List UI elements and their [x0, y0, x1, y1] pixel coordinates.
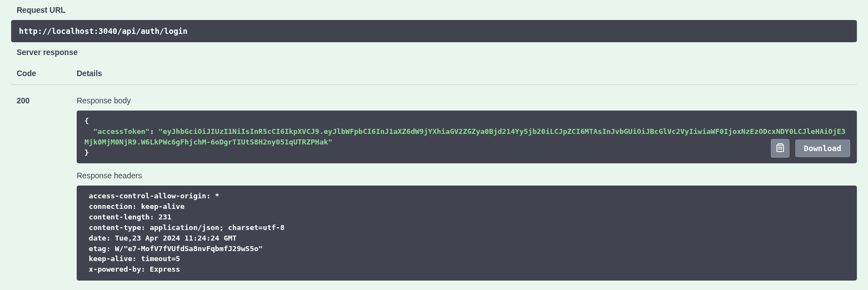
- response-headers-content: access-control-allow-origin: * connectio…: [84, 191, 849, 275]
- request-url-box: http://localhost:3040/api/auth/login: [11, 20, 857, 42]
- json-value-accesstoken: "eyJhbGciOiJIUzI1NiIsInR5cCI6IkpXVCJ9.ey…: [84, 127, 846, 146]
- status-code: 200: [17, 96, 77, 288]
- column-details-header: Details: [77, 69, 857, 78]
- response-headers-label: Response headers: [77, 171, 857, 180]
- response-body-content: { "accessToken": "eyJhbGciOiJIUzI1NiIsIn…: [84, 116, 849, 158]
- json-key-accesstoken: "accessToken": [93, 127, 150, 136]
- download-button[interactable]: Download: [795, 139, 850, 157]
- response-body-actions: Download: [771, 139, 850, 158]
- response-body-label: Response body: [77, 96, 857, 105]
- response-table-header: Code Details: [11, 62, 857, 85]
- request-url-label: Request URL: [11, 6, 857, 14]
- request-url-value: http://localhost:3040/api/auth/login: [19, 27, 187, 36]
- details-cell: Response body { "accessToken": "eyJhbGci…: [77, 96, 857, 288]
- copy-button[interactable]: [771, 139, 790, 158]
- clipboard-icon: [775, 143, 785, 154]
- response-headers-block: access-control-allow-origin: * connectio…: [77, 186, 857, 281]
- response-body-block: { "accessToken": "eyJhbGciOiJIUzI1NiIsIn…: [77, 111, 857, 163]
- server-response-label: Server response: [11, 48, 857, 57]
- response-table-row: 200 Response body { "accessToken": "eyJh…: [11, 85, 857, 288]
- column-code-header: Code: [17, 69, 77, 78]
